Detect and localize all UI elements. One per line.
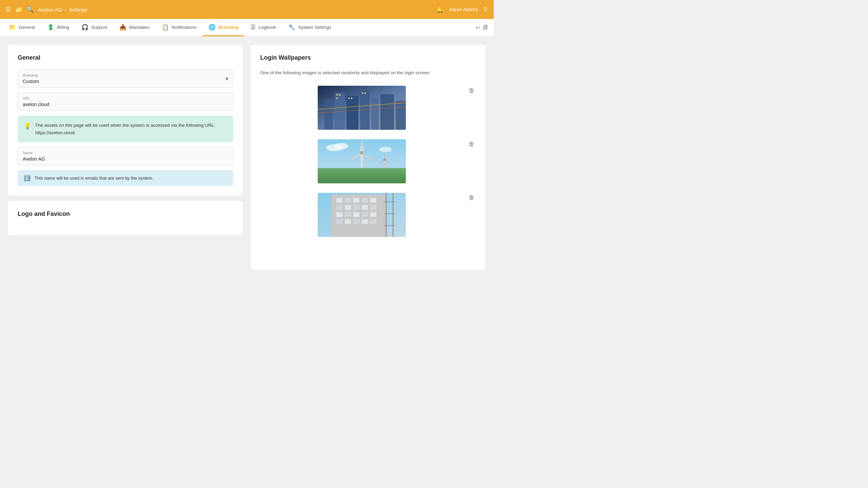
svg-rect-46 (353, 212, 359, 217)
nav-label-system-settings: System Settings (298, 25, 331, 30)
svg-rect-13 (348, 98, 350, 99)
svg-rect-58 (384, 225, 395, 226)
nav-item-branding[interactable]: 🌐 Branding (202, 19, 244, 36)
name-field[interactable]: Name Avelon AG (18, 147, 233, 165)
logbook-icon: ☰ (251, 24, 256, 31)
page-title: Settings (69, 7, 87, 13)
nav-item-billing[interactable]: 💲 Billing (41, 19, 75, 36)
svg-rect-48 (370, 212, 376, 217)
wallpaper-image-3 (318, 193, 406, 237)
svg-rect-44 (336, 212, 342, 217)
svg-rect-34 (336, 198, 342, 203)
wallpaper-item-2: 🗑 (260, 139, 476, 183)
breadcrumb-separator: › (65, 7, 66, 13)
svg-rect-40 (345, 205, 351, 210)
wallpaper-item-1: 🗑 (260, 86, 476, 130)
svg-rect-45 (345, 212, 351, 217)
info-text-blue: This name will be used in emails that ar… (35, 176, 153, 181)
breadcrumb: Avelon AG › Settings (38, 7, 87, 13)
nav-item-system-settings[interactable]: 🔧 System Settings (282, 19, 337, 36)
undo-icon[interactable]: ↩ (476, 24, 480, 31)
general-icon: 📁 (9, 24, 16, 31)
svg-rect-41 (353, 205, 359, 210)
nav-label-support: Support (91, 25, 107, 30)
nav-item-support[interactable]: 🎧 Support (75, 19, 113, 36)
svg-point-30 (335, 143, 348, 149)
svg-rect-10 (336, 94, 338, 96)
svg-rect-38 (370, 198, 376, 203)
svg-rect-53 (370, 219, 376, 224)
delete-wallpaper-2-button[interactable]: 🗑 (467, 139, 476, 149)
menu-icon[interactable]: ☰ (5, 6, 11, 13)
billing-icon: 💲 (47, 24, 54, 31)
info-box-blue: ℹ️ This name will be used in emails that… (18, 170, 233, 186)
nav-item-notifications[interactable]: 📋 Notifications (156, 19, 203, 36)
info-text-line1: The assets on this page will be used whe… (35, 123, 215, 128)
info-text-green: The assets on this page will be used whe… (35, 122, 215, 136)
svg-rect-50 (345, 219, 351, 224)
search-icon[interactable]: 🔍 (26, 6, 34, 13)
branding-icon: 🌐 (209, 24, 216, 31)
topbar-right: 🔔 Aaron Adams ⠿ (436, 6, 488, 13)
branding-field[interactable]: Branding Custom ▾ (18, 69, 233, 88)
dropdown-arrow-icon: ▾ (225, 76, 228, 82)
svg-point-28 (383, 159, 386, 161)
svg-rect-36 (353, 198, 359, 203)
wallpaper-item-3: 🗑 (260, 193, 476, 237)
general-title: General (18, 54, 233, 61)
nav-label-logbook: Logbook (258, 25, 276, 30)
svg-rect-16 (364, 93, 366, 94)
nav-label-mandates: Mandates (129, 25, 149, 30)
app-name: Avelon AG (38, 7, 62, 13)
nav-item-general[interactable]: 📁 General (3, 19, 41, 36)
restore-icon[interactable]: 🗐 (483, 25, 488, 31)
right-panel: Login Wallpapers One of the following im… (251, 45, 486, 270)
notifications-icon[interactable]: 🔔 (436, 6, 444, 13)
svg-rect-52 (362, 219, 368, 224)
svg-rect-14 (351, 98, 352, 99)
wallpapers-title: Login Wallpapers (260, 54, 476, 61)
delete-wallpaper-1-button[interactable]: 🗑 (467, 86, 476, 96)
svg-rect-5 (371, 98, 379, 130)
svg-rect-54 (386, 193, 387, 237)
nav-label-general: General (19, 25, 35, 30)
svg-point-23 (360, 151, 363, 155)
svg-rect-37 (362, 198, 368, 203)
navbar: 📁 General 💲 Billing 🎧 Support 📥 Mandates… (0, 19, 494, 37)
svg-rect-39 (336, 205, 342, 210)
delete-wallpaper-3-button[interactable]: 🗑 (467, 193, 476, 203)
name-label: Name (23, 151, 228, 155)
notifications-nav-icon: 📋 (162, 24, 169, 31)
nav-label-branding: Branding (218, 25, 238, 30)
svg-rect-47 (362, 212, 368, 217)
topbar: ☰ 📁 🔍 Avelon AG › Settings 🔔 Aaron Adams… (0, 0, 494, 19)
left-panel: General Branding Custom ▾ URL avelon.clo… (8, 45, 243, 270)
wallpaper-image-2 (318, 139, 406, 183)
url-field[interactable]: URL avelon.cloud (18, 93, 233, 111)
briefcase-icon[interactable]: 📁 (15, 6, 22, 13)
general-card: General Branding Custom ▾ URL avelon.clo… (8, 45, 243, 196)
svg-rect-1 (324, 99, 333, 130)
logo-favicon-title: Logo and Favicon (18, 210, 233, 218)
name-value: Avelon AG (23, 156, 228, 162)
svg-rect-7 (396, 101, 406, 130)
svg-rect-55 (392, 193, 394, 237)
nav-label-notifications: Notifications (172, 25, 197, 30)
branding-label: Branding (23, 73, 228, 77)
user-name[interactable]: Aaron Adams (449, 7, 478, 12)
svg-rect-11 (339, 94, 340, 96)
svg-rect-15 (362, 93, 363, 94)
svg-rect-6 (380, 94, 394, 130)
nav-label-billing: Billing (57, 25, 69, 30)
lightbulb-icon: 💡 (24, 122, 31, 130)
wallpaper-description: One of the following images is selected … (260, 69, 476, 76)
nav-item-logbook[interactable]: ☰ Logbook (244, 19, 282, 36)
svg-point-31 (379, 147, 392, 152)
url-value: avelon.cloud (23, 102, 228, 107)
svg-rect-18 (318, 168, 406, 183)
nav-actions: ↩ 🗐 (473, 19, 491, 36)
grid-icon[interactable]: ⠿ (483, 6, 488, 13)
nav-item-mandates[interactable]: 📥 Mandates (113, 19, 155, 36)
logo-favicon-card: Logo and Favicon (8, 201, 243, 235)
svg-rect-42 (362, 205, 368, 210)
